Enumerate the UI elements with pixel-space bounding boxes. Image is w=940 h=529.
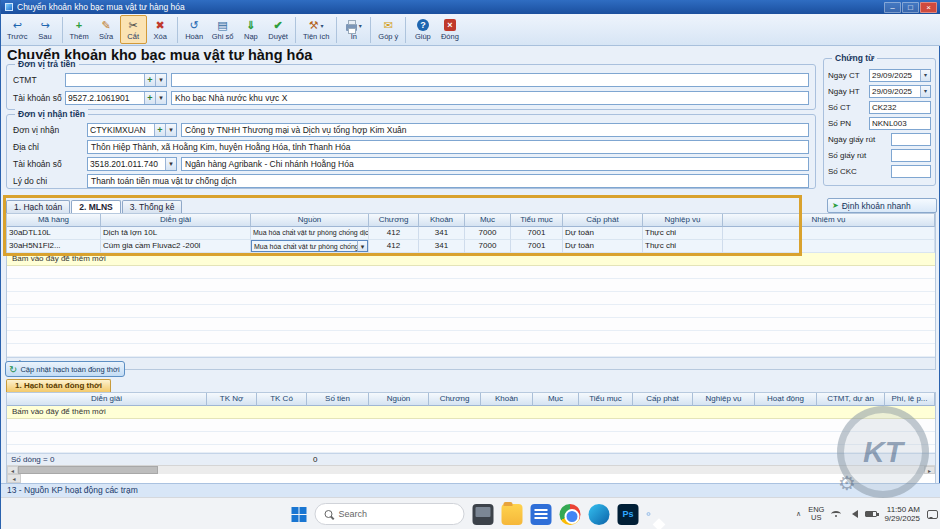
undo-button[interactable]: ↺Hoàn [181,15,208,44]
col-hoat-dong[interactable]: Hoạt động [755,393,817,406]
nav-left-icon[interactable]: ◂ [7,474,21,483]
chevron-down-icon[interactable]: ▾ [155,92,166,104]
add-new-row[interactable]: Bấm vào đây để thêm mới [7,406,935,419]
col-chuong[interactable]: Chương [429,393,481,406]
taskbar-app-file-explorer[interactable] [502,504,523,525]
ngay-ht-field[interactable]: 29/09/2025▾ [869,85,931,98]
tab-hach-toan[interactable]: 1. Hạch toán [6,200,70,214]
address-field[interactable]: Thôn Hiệp Thành, xã Hoằng Kim, huyện Hoằ… [87,140,809,154]
col-tk-co[interactable]: TK Có [257,393,307,406]
calendar-dropdown-icon[interactable]: ▾ [920,86,930,97]
close-form-button[interactable]: ×Đóng [436,15,463,44]
nguon-cell-combo[interactable]: Mua hóa chất vật tư phòng chống dịch ▾ [251,240,369,253]
scrollbar-thumb[interactable] [18,466,158,474]
load-button[interactable]: ⇓Nạp [237,15,264,44]
col-cap-phat[interactable]: Cấp phát [633,393,693,406]
add-new-row[interactable]: Bấm vào đây để thêm mới [7,253,935,266]
cut-button[interactable]: ✂Cắt [120,15,147,44]
start-button[interactable] [292,507,307,522]
col-tieu-muc[interactable]: Tiểu mục [579,393,633,406]
wifi-icon[interactable] [831,511,841,517]
minimize-button[interactable]: – [884,2,901,13]
col-nghiep-vu[interactable]: Nghiệp vụ [693,393,755,406]
edit-button[interactable]: ✎Sửa [93,15,120,44]
empty-grid-row[interactable] [7,445,935,453]
add-button[interactable]: +Thêm [66,15,93,44]
col-dien-giai[interactable]: Diễn giải [7,393,207,406]
tab-thong-ke[interactable]: 3. Thống kê [122,200,183,214]
add-item-icon[interactable]: + [154,124,165,136]
next-button[interactable]: ↪Sau [32,15,59,44]
col-phi-le-phi[interactable]: Phí, lệ p... [885,393,935,406]
empty-grid-row[interactable] [7,305,935,318]
help-button[interactable]: ?Giúp [409,15,436,44]
notification-icon[interactable] [927,510,938,519]
battery-icon[interactable] [865,511,877,517]
payee-name-field[interactable]: Công ty TNHH Thương mại và Dịch vụ tổng … [181,123,809,137]
chevron-down-icon[interactable]: ▾ [357,240,368,252]
ngay-ct-field[interactable]: 29/09/2025▾ [869,69,931,82]
ctmt-name-field[interactable] [171,73,809,87]
quick-entry-button[interactable]: ➤ Định khoản nhanh [827,198,937,213]
taskbar-app-accounting-active[interactable] [647,512,651,516]
update-concurrent-button[interactable]: ↻ Cập nhật hạch toán đồng thời [5,361,125,377]
scroll-right-icon[interactable]: ▸ [924,466,935,474]
chevron-down-icon[interactable]: ▾ [165,124,176,136]
table-row[interactable]: 30aH5N1Fl2... Cúm gia cầm Fluvac2 -200l … [7,240,935,253]
empty-grid-row[interactable] [7,279,935,292]
payer-account-name-field[interactable]: Kho bạc Nhà nước khu vực X [171,91,809,105]
col-so-tien[interactable]: Số tiền [307,393,369,406]
approve-button[interactable]: ✔Duyệt [264,15,292,44]
tray-expand-icon[interactable]: ∧ [796,510,801,518]
volume-icon[interactable] [848,510,858,518]
col-ma-hang[interactable]: Mã hàng [7,214,101,227]
col-nghiep-vu[interactable]: Nghiệp vụ [643,214,723,227]
col-nguon[interactable]: Nguồn [369,393,429,406]
taskbar-search[interactable]: Search [315,503,465,525]
feedback-button[interactable]: ✉Góp ý [374,15,402,44]
col-ctmt-du-an[interactable]: CTMT, dự án [817,393,885,406]
add-item-icon[interactable]: + [144,74,155,86]
add-item-icon[interactable]: + [144,92,155,104]
col-tk-no[interactable]: TK Nợ [207,393,257,406]
close-window-button[interactable]: × [920,2,937,13]
ctmt-combo[interactable]: + ▾ [65,73,167,87]
delete-button[interactable]: ✖Xóa [147,15,174,44]
empty-grid-row[interactable] [7,432,935,445]
ngay-giay-rut-field[interactable] [891,133,931,146]
so-pn-field[interactable]: NKNL003 [869,117,931,130]
tab-concurrent[interactable]: 1. Hạch toán đồng thời [6,379,111,392]
maximize-button[interactable]: □ [902,2,919,13]
taskbar-app-edge[interactable] [589,504,610,525]
payee-account-combo[interactable]: 3518.201.011.740 ▾ [87,157,177,171]
payee-unit-combo[interactable]: CTYKIMXUAN + ▾ [87,123,177,137]
bank-field[interactable]: Ngân hàng Agribank - Chi nhánh Hoằng Hóa [181,157,809,171]
col-dien-giai[interactable]: Diễn giải [101,214,251,227]
so-giay-rut-field[interactable] [891,149,931,162]
chevron-down-icon[interactable]: ▾ [165,158,176,170]
col-cap-phat[interactable]: Cấp phát [563,214,643,227]
taskbar-clock[interactable]: 11:50 AM 9/29/2025 [884,505,920,523]
taskbar-app-photoshop[interactable]: Ps [618,504,639,525]
horizontal-scrollbar[interactable]: ◂ ▸ [7,465,935,474]
col-chuong[interactable]: Chương [369,214,419,227]
so-ct-field[interactable]: CK232 [869,101,931,114]
payer-account-combo[interactable]: 9527.2.1061901 + ▾ [65,91,167,105]
chevron-down-icon[interactable]: ▾ [155,74,166,86]
table-row[interactable]: 30aDTL10L Dịch tả lợn 10L Mua hóa chất v… [7,227,935,240]
col-muc[interactable]: Mục [465,214,511,227]
empty-grid-row[interactable] [7,318,935,331]
taskbar-app-document[interactable] [531,504,552,525]
post-ledger-button[interactable]: ▤Ghi sổ [208,15,238,44]
col-khoan[interactable]: Khoản [481,393,533,406]
col-khoan[interactable]: Khoản [419,214,465,227]
reason-field[interactable]: Thanh toán tiền mua vật tư chống dịch [87,174,809,188]
print-button[interactable]: ▾In [340,15,367,44]
so-ckc-field[interactable] [891,165,931,178]
empty-grid-row[interactable] [7,331,935,344]
taskbar-app-computer[interactable] [473,504,494,525]
calendar-dropdown-icon[interactable]: ▾ [920,70,930,81]
prev-button[interactable]: ↩Trước [3,15,32,44]
col-muc[interactable]: Mục [533,393,579,406]
empty-grid-row[interactable] [7,344,935,357]
